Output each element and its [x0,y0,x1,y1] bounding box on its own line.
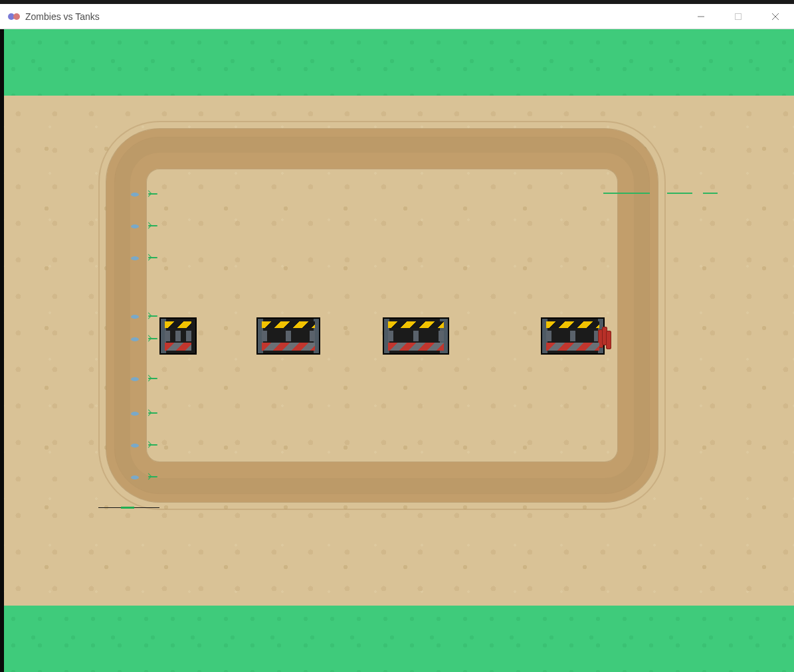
lane-tick [130,313,163,319]
sprout-icon [148,338,157,339]
sprout-icon [148,476,157,477]
puddle-icon [131,412,139,416]
sprout-icon [148,378,157,379]
finish-mark [703,193,718,194]
puddle-icon [131,256,139,260]
sprout-icon [148,193,157,195]
sprout-icon [148,315,157,317]
debug-ruler [98,507,159,508]
sprout-icon [148,225,157,226]
barricade[interactable] [159,317,197,355]
race-track [106,129,658,502]
finish-mark [603,193,650,194]
viewport-left-border [0,29,4,672]
window-controls [682,4,794,29]
barricade[interactable] [383,317,449,355]
lane-tick [130,336,163,341]
barricade-body [165,331,191,341]
dynamite-icon [598,324,610,351]
puddle-icon [131,193,139,197]
finish-marks [603,191,723,195]
puddle-icon [131,224,139,228]
barricade-body [388,331,444,341]
puddle-icon [131,315,139,319]
close-button[interactable] [757,4,794,29]
svg-rect-1 [736,13,742,19]
lane-tick [130,223,163,228]
lane-tick [130,191,163,197]
barricade-body [546,331,599,341]
barricade-body [262,331,315,341]
maximize-button [720,4,757,29]
puddle-icon [131,444,139,448]
barricade[interactable] [256,317,320,355]
grass-band-top [0,29,794,96]
lane-tick [130,410,163,416]
sprout-icon [148,444,157,446]
puddle-icon [131,377,139,381]
sprout-icon [148,412,157,414]
window-titlebar[interactable]: Zombies vs Tanks [0,4,794,29]
minimize-button[interactable] [682,4,720,29]
grass-band-bottom [0,606,794,672]
lane-tick [130,255,163,260]
lane-tick [130,376,163,381]
finish-mark [667,193,692,194]
gamepad-icon [8,13,20,21]
window-title: Zombies vs Tanks [25,11,100,22]
puddle-icon [131,337,139,341]
barricade-dynamite[interactable] [541,317,605,355]
game-viewport[interactable] [0,29,794,672]
lane-tick [130,442,163,448]
puddle-icon [131,475,139,479]
sprout-icon [148,257,157,258]
lane-tick [130,474,163,479]
